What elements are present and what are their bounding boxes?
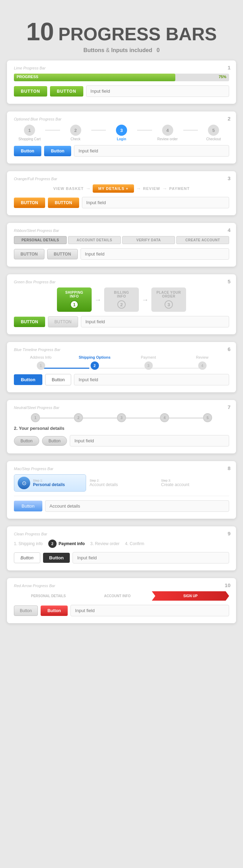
card-2-btn1[interactable]: Button [14, 146, 41, 156]
steel-step-0: 1 [14, 413, 57, 422]
mac-step-1: Step 2: Account details [86, 474, 158, 492]
clean-step-3: 4. Confirm [125, 541, 144, 546]
steel-circle-3: 4 [160, 413, 169, 422]
mac-step-text-1: Step 2: Account details [90, 479, 118, 487]
steel-circle-4: 5 [203, 413, 212, 422]
card-7-input[interactable] [70, 435, 229, 446]
card-10-input[interactable] [70, 605, 229, 616]
card-6-number: 6 [228, 346, 231, 352]
progress-pct-1: 75% [219, 75, 226, 79]
header-subtitle: Buttons & Inputs included 0 [7, 47, 236, 53]
box-arrow-1: → [142, 296, 149, 304]
card-6-btn1[interactable]: Button [14, 374, 42, 385]
progress-text-1: PROGRESS [17, 75, 38, 79]
card-3-input[interactable] [82, 197, 229, 208]
card-4-btn1[interactable]: BUTTON [14, 249, 44, 259]
card-8-label: Mac/Step Progress Bar [14, 467, 229, 471]
card-2-label: Optioned Blue Progress Bar [14, 117, 229, 121]
card-2-steps: 1 Shopping Cart 2 Check 3 Login 4 Review… [14, 125, 229, 141]
box-step-title-1: BILLINGINFO [114, 291, 129, 298]
card-3-btn2[interactable]: BUTTON [48, 198, 79, 208]
step-2-conn-1 [91, 130, 106, 131]
card-10: 10 Red Arrow Progress Bar Personal Detai… [7, 578, 236, 623]
step-2-label-1: Check [70, 137, 80, 141]
card-6-btn-row: Button Button [14, 374, 229, 385]
box-arrow-0: → [94, 296, 101, 304]
ribbon-step-3: CREATE ACCOUNT [176, 236, 229, 244]
red-step-2: Sign Up [152, 591, 229, 601]
card-5-btn-row: BUTTON BUTTON [14, 316, 229, 327]
timeline-circle-2: 3 [144, 361, 153, 370]
card-2-btn-row: Button Button [14, 145, 229, 157]
card-6: 6 Blue Timeline Progress Bar Address Inf… [7, 342, 236, 392]
steel-step-3: 4 [143, 413, 186, 422]
card-5-btn1[interactable]: BUTTON [14, 317, 45, 327]
box-step-2: PLACE YOURORDER 3 [151, 287, 186, 312]
red-step-0: Personal Details [14, 592, 83, 600]
mac-step-big-0: Personal details [33, 482, 65, 487]
card-8: 8 Mac/Step Progress Bar ⊙ Step 1: Person… [7, 461, 236, 519]
clean-step-2: 3. Review order [90, 541, 119, 546]
mac-step-small-0: Step 1: [33, 479, 65, 482]
card-6-label: Blue Timeline Progress Bar [14, 348, 229, 352]
card-1-btn2[interactable]: BUTTON [50, 86, 83, 97]
step-2-circle-4: 5 [208, 125, 219, 136]
box-step-num-0: 1 [70, 300, 78, 309]
card-1-btn1[interactable]: BUTTON [14, 86, 47, 97]
card-10-label: Red Arrow Progress Bar [14, 584, 229, 588]
steel-circle-2: 3 [117, 413, 126, 422]
timeline-label-0: Address Info [14, 355, 68, 359]
step-2-label-2: Login [117, 137, 126, 141]
card-5-btn2[interactable]: BUTTON [48, 316, 78, 327]
header-title: PROGRESS BARS [58, 24, 217, 44]
card-4-btn2[interactable]: BUTTON [47, 249, 78, 259]
mac-step-text-0: Step 1: Personal details [33, 479, 65, 487]
box-step-num-1: 2 [117, 300, 126, 309]
card-8-mac-steps: ⊙ Step 1: Personal details Step 2: Accou… [14, 474, 229, 496]
card-2-step-2: 3 Login [106, 125, 137, 141]
card-9-btn2[interactable]: Button [43, 553, 70, 563]
timeline-label-3: Review [175, 355, 229, 359]
timeline-circle-3: 4 [198, 361, 207, 370]
card-2: 2 Optioned Blue Progress Bar 1 Shopping … [7, 111, 236, 164]
timeline-line-fill [41, 368, 90, 369]
card-6-btn2[interactable]: Button [45, 374, 72, 385]
step-3-sep-2: → [162, 186, 167, 191]
card-7-btn1[interactable]: Button [14, 436, 39, 446]
card-6-input[interactable] [74, 374, 229, 385]
card-2-input[interactable] [74, 145, 229, 157]
step-2-conn-3 [183, 130, 198, 131]
card-8-input[interactable] [45, 500, 229, 512]
mac-step-0: ⊙ Step 1: Personal details [14, 474, 86, 492]
card-4-number: 4 [228, 227, 231, 233]
card-2-btn2[interactable]: Button [44, 146, 72, 156]
header-sub-regular: Buttons [83, 47, 104, 53]
card-3-btn1[interactable]: BUTTON [14, 198, 45, 208]
card-1: 1 Lime Progress Bar PROGRESS 75% BUTTON … [7, 60, 236, 104]
card-3: 3 Orange/Full Progress Bar VIEW BASKET →… [7, 171, 236, 215]
box-step-1: BILLINGINFO 2 [104, 287, 139, 312]
card-8-btn1[interactable]: Button [14, 501, 42, 511]
card-4-btn-row: BUTTON BUTTON [14, 248, 229, 260]
header-sub-after: Inputs included [111, 47, 152, 53]
card-4-input[interactable] [81, 248, 229, 260]
card-10-btn2[interactable]: Button [41, 606, 68, 616]
box-step-0: SHIPPINGINFO 1 [57, 287, 92, 312]
card-9-btn1[interactable]: Button [14, 552, 40, 563]
card-9-input[interactable] [73, 552, 229, 564]
card-2-step-4: 5 Checkout [198, 125, 229, 141]
box-step-num-2: 3 [165, 300, 173, 309]
card-9-label: Clean Progress Bar [14, 532, 229, 536]
timeline-label-2: Payment [122, 355, 175, 359]
ribbon-step-0: PERSONAL DETAILS [14, 236, 67, 244]
card-1-input[interactable] [86, 85, 229, 97]
card-1-btn-row: BUTTON BUTTON [14, 85, 229, 97]
card-5-input[interactable] [81, 316, 229, 327]
clean-dot-1: 2 [48, 540, 57, 548]
card-7-subtext: 2. Your personal details [14, 426, 229, 431]
card-10-btn1[interactable]: Button [14, 606, 38, 616]
card-7-btn2[interactable]: Button [42, 436, 67, 446]
card-5-steps: SHIPPINGINFO 1 → BILLINGINFO 2 → PLACE Y… [14, 287, 229, 312]
step-2-label-3: Review order [157, 137, 178, 141]
timeline-circle-0: 1 [37, 361, 45, 370]
